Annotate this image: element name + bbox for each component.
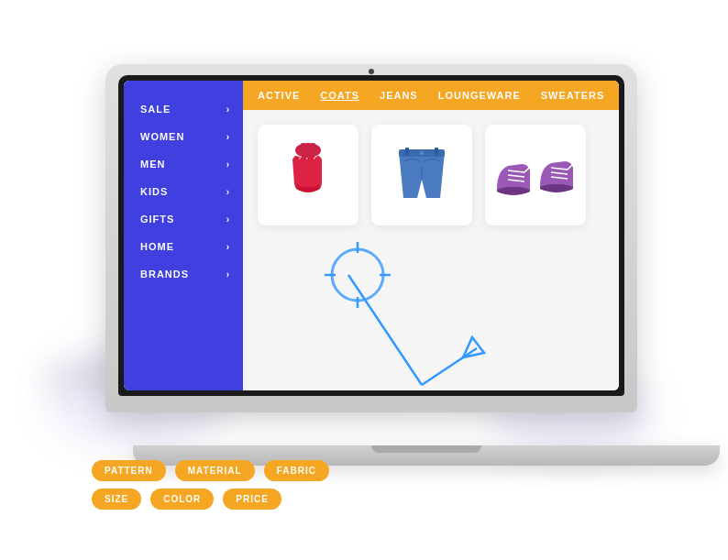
sidebar-label-kids: KIDS xyxy=(140,186,168,197)
nav-item-active[interactable]: ACTIVE xyxy=(258,90,300,101)
svg-point-0 xyxy=(295,143,321,158)
sidebar-chevron-brands: › xyxy=(226,269,230,280)
svg-rect-1 xyxy=(301,143,305,154)
sidebar-item-women[interactable]: WOMEN › xyxy=(124,123,243,150)
sidebar-label-sale: SALE xyxy=(140,104,171,115)
svg-point-7 xyxy=(420,151,424,155)
laptop-body: SALE › WOMEN › MEN › xyxy=(105,64,637,412)
filter-price[interactable]: PRICE xyxy=(223,489,281,510)
svg-rect-6 xyxy=(435,148,438,155)
sidebar-chevron-kids: › xyxy=(226,187,230,197)
sidebar: SALE › WOMEN › MEN › xyxy=(124,81,243,390)
product-card-shorts[interactable] xyxy=(371,125,472,225)
sidebar-item-kids[interactable]: KIDS › xyxy=(124,178,243,205)
sidebar-chevron-women: › xyxy=(226,132,230,142)
product-image-shoes xyxy=(490,138,581,212)
filter-size[interactable]: SIZE xyxy=(92,489,141,510)
camera-dot xyxy=(369,69,374,74)
sidebar-item-brands[interactable]: BRANDS › xyxy=(124,260,243,288)
product-card-top[interactable] xyxy=(258,125,358,225)
filter-row-2: SIZE COLOR PRICE xyxy=(92,489,329,510)
sidebar-label-home: HOME xyxy=(140,241,174,252)
filter-color[interactable]: COLOR xyxy=(150,489,214,510)
svg-point-10 xyxy=(497,187,530,194)
sidebar-item-sale[interactable]: SALE › xyxy=(124,95,243,123)
sidebar-chevron-gifts: › xyxy=(226,214,230,225)
filter-row-1: PATTERN MATERIAL FABRIC xyxy=(92,460,329,481)
product-image-shorts xyxy=(385,138,458,212)
sidebar-item-home[interactable]: HOME › xyxy=(124,233,243,260)
laptop-screen: SALE › WOMEN › MEN › xyxy=(124,81,619,390)
sidebar-item-men[interactable]: MEN › xyxy=(124,150,243,178)
filter-fabric[interactable]: FABRIC xyxy=(264,460,329,481)
product-grid xyxy=(243,110,619,390)
product-image-top xyxy=(276,134,340,216)
sidebar-label-gifts: GIFTS xyxy=(140,214,174,225)
svg-point-14 xyxy=(540,184,573,192)
svg-rect-2 xyxy=(311,143,315,154)
product-card-shoes[interactable] xyxy=(485,125,586,225)
sidebar-item-gifts[interactable]: GIFTS › xyxy=(124,205,243,233)
main-content: ACTIVE COATS JEANS LOUNGEWARE SWEATERS xyxy=(243,81,619,390)
filter-material[interactable]: MATERIAL xyxy=(175,460,255,481)
laptop-notch xyxy=(371,445,481,453)
nav-item-loungeware[interactable]: LOUNGEWARE xyxy=(438,90,521,101)
nav-item-sweaters[interactable]: SWEATERS xyxy=(541,90,605,101)
nav-item-jeans[interactable]: JEANS xyxy=(380,90,418,101)
top-nav: ACTIVE COATS JEANS LOUNGEWARE SWEATERS xyxy=(243,81,619,110)
sidebar-chevron-men: › xyxy=(226,159,230,170)
sidebar-chevron-sale: › xyxy=(226,104,230,115)
sidebar-chevron-home: › xyxy=(226,242,230,252)
scene: SALE › WOMEN › MEN › xyxy=(0,0,728,560)
svg-rect-5 xyxy=(405,148,409,155)
screen-bezel: SALE › WOMEN › MEN › xyxy=(118,75,624,396)
filter-pattern[interactable]: PATTERN xyxy=(92,460,166,481)
filter-tags-container: PATTERN MATERIAL FABRIC SIZE COLOR PRICE xyxy=(92,460,329,510)
sidebar-label-women: WOMEN xyxy=(140,131,184,142)
nav-item-coats[interactable]: COATS xyxy=(320,90,359,101)
sidebar-label-brands: BRANDS xyxy=(140,269,189,280)
sidebar-label-men: MEN xyxy=(140,159,165,170)
